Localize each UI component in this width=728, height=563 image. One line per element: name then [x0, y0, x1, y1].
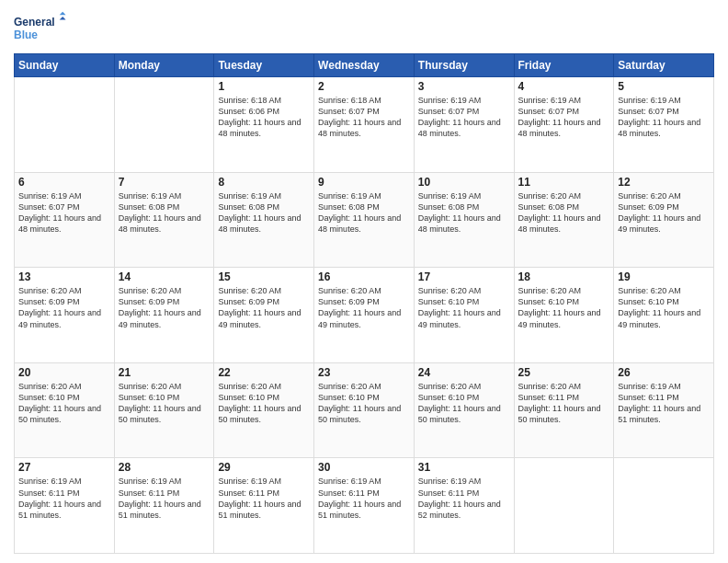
- col-header-wednesday: Wednesday: [314, 54, 415, 77]
- cell-info: Sunrise: 6:20 AMSunset: 6:10 PMDaylight:…: [518, 285, 610, 330]
- cell-info: Sunrise: 6:19 AMSunset: 6:08 PMDaylight:…: [418, 190, 510, 236]
- day-number: 19: [618, 270, 710, 283]
- day-number: 14: [119, 270, 210, 283]
- calendar-cell: 2Sunrise: 6:18 AMSunset: 6:07 PMDaylight…: [314, 77, 415, 173]
- cell-info: Sunrise: 6:18 AMSunset: 6:07 PMDaylight:…: [318, 95, 410, 140]
- cell-info: Sunrise: 6:19 AMSunset: 6:11 PMDaylight:…: [18, 476, 110, 521]
- day-number: 16: [318, 270, 410, 283]
- calendar-header-row: SundayMondayTuesdayWednesdayThursdayFrid…: [15, 54, 714, 77]
- week-row-2: 13Sunrise: 6:20 AMSunset: 6:09 PMDayligh…: [15, 268, 714, 363]
- cell-info: Sunrise: 6:20 AMSunset: 6:09 PMDaylight:…: [218, 285, 310, 330]
- cell-info: Sunrise: 6:19 AMSunset: 6:07 PMDaylight:…: [618, 95, 710, 140]
- cell-info: Sunrise: 6:20 AMSunset: 6:10 PMDaylight:…: [218, 381, 310, 426]
- calendar-cell: 20Sunrise: 6:20 AMSunset: 6:10 PMDayligh…: [15, 362, 115, 458]
- day-number: 21: [119, 366, 210, 379]
- cell-info: Sunrise: 6:20 AMSunset: 6:09 PMDaylight:…: [18, 285, 110, 330]
- calendar-cell: 11Sunrise: 6:20 AMSunset: 6:08 PMDayligh…: [514, 172, 614, 268]
- cell-info: Sunrise: 6:20 AMSunset: 6:09 PMDaylight:…: [119, 285, 210, 330]
- calendar-cell: 13Sunrise: 6:20 AMSunset: 6:09 PMDayligh…: [15, 268, 115, 363]
- page: General Blue SundayMondayTuesdayWednesda…: [0, 0, 728, 563]
- cell-info: Sunrise: 6:20 AMSunset: 6:09 PMDaylight:…: [318, 285, 410, 330]
- calendar-cell: 3Sunrise: 6:19 AMSunset: 6:07 PMDaylight…: [414, 77, 514, 173]
- calendar-cell: 27Sunrise: 6:19 AMSunset: 6:11 PMDayligh…: [15, 458, 115, 554]
- cell-info: Sunrise: 6:20 AMSunset: 6:11 PMDaylight:…: [518, 381, 610, 426]
- calendar-cell: 16Sunrise: 6:20 AMSunset: 6:09 PMDayligh…: [314, 268, 415, 363]
- cell-info: Sunrise: 6:19 AMSunset: 6:07 PMDaylight:…: [18, 190, 110, 236]
- day-number: 7: [119, 176, 210, 189]
- cell-info: Sunrise: 6:19 AMSunset: 6:07 PMDaylight:…: [518, 95, 610, 140]
- cell-info: Sunrise: 6:20 AMSunset: 6:10 PMDaylight:…: [618, 285, 710, 330]
- cell-info: Sunrise: 6:19 AMSunset: 6:11 PMDaylight:…: [618, 381, 710, 426]
- header: General Blue: [14, 9, 714, 46]
- cell-info: Sunrise: 6:20 AMSunset: 6:09 PMDaylight:…: [618, 190, 710, 236]
- calendar-cell: [15, 77, 115, 173]
- day-number: 10: [418, 176, 510, 189]
- day-number: 18: [518, 270, 610, 283]
- calendar-cell: 22Sunrise: 6:20 AMSunset: 6:10 PMDayligh…: [214, 362, 314, 458]
- calendar-cell: 1Sunrise: 6:18 AMSunset: 6:06 PMDaylight…: [214, 77, 314, 173]
- day-number: 30: [318, 461, 410, 474]
- cell-info: Sunrise: 6:20 AMSunset: 6:10 PMDaylight:…: [418, 285, 510, 330]
- cell-info: Sunrise: 6:20 AMSunset: 6:10 PMDaylight:…: [18, 381, 110, 426]
- day-number: 31: [418, 461, 510, 474]
- day-number: 29: [218, 461, 310, 474]
- calendar-cell: 24Sunrise: 6:20 AMSunset: 6:10 PMDayligh…: [414, 362, 514, 458]
- calendar-cell: 18Sunrise: 6:20 AMSunset: 6:10 PMDayligh…: [514, 268, 614, 363]
- day-number: 5: [618, 80, 710, 93]
- day-number: 25: [518, 366, 610, 379]
- cell-info: Sunrise: 6:19 AMSunset: 6:11 PMDaylight:…: [218, 476, 310, 521]
- day-number: 22: [218, 366, 310, 379]
- day-number: 12: [618, 176, 710, 189]
- col-header-monday: Monday: [114, 54, 214, 77]
- calendar-cell: 29Sunrise: 6:19 AMSunset: 6:11 PMDayligh…: [214, 458, 314, 554]
- cell-info: Sunrise: 6:20 AMSunset: 6:10 PMDaylight:…: [119, 381, 210, 426]
- calendar-cell: 21Sunrise: 6:20 AMSunset: 6:10 PMDayligh…: [114, 362, 214, 458]
- day-number: 2: [318, 80, 410, 93]
- calendar-cell: 17Sunrise: 6:20 AMSunset: 6:10 PMDayligh…: [414, 268, 514, 363]
- day-number: 17: [418, 270, 510, 283]
- col-header-friday: Friday: [514, 54, 614, 77]
- cell-info: Sunrise: 6:19 AMSunset: 6:08 PMDaylight:…: [218, 190, 310, 236]
- calendar-cell: 9Sunrise: 6:19 AMSunset: 6:08 PMDaylight…: [314, 172, 415, 268]
- day-number: 8: [218, 176, 310, 189]
- cell-info: Sunrise: 6:20 AMSunset: 6:10 PMDaylight:…: [418, 381, 510, 426]
- calendar-cell: 7Sunrise: 6:19 AMSunset: 6:08 PMDaylight…: [114, 172, 214, 268]
- calendar-table: SundayMondayTuesdayWednesdayThursdayFrid…: [14, 53, 714, 554]
- col-header-sunday: Sunday: [15, 54, 115, 77]
- calendar-cell: [114, 77, 214, 173]
- cell-info: Sunrise: 6:19 AMSunset: 6:11 PMDaylight:…: [119, 476, 210, 521]
- week-row-0: 1Sunrise: 6:18 AMSunset: 6:06 PMDaylight…: [15, 77, 714, 173]
- calendar-cell: 5Sunrise: 6:19 AMSunset: 6:07 PMDaylight…: [614, 77, 714, 173]
- svg-text:General: General: [14, 16, 55, 29]
- day-number: 20: [18, 366, 110, 379]
- calendar-cell: [514, 458, 614, 554]
- calendar-cell: 6Sunrise: 6:19 AMSunset: 6:07 PMDaylight…: [15, 172, 115, 268]
- cell-info: Sunrise: 6:19 AMSunset: 6:11 PMDaylight:…: [418, 476, 510, 521]
- cell-info: Sunrise: 6:18 AMSunset: 6:06 PMDaylight:…: [218, 95, 310, 140]
- day-number: 4: [518, 80, 610, 93]
- cell-info: Sunrise: 6:19 AMSunset: 6:08 PMDaylight:…: [318, 190, 410, 236]
- cell-info: Sunrise: 6:20 AMSunset: 6:10 PMDaylight:…: [318, 381, 410, 426]
- cell-info: Sunrise: 6:20 AMSunset: 6:08 PMDaylight:…: [518, 190, 610, 236]
- calendar-cell: 12Sunrise: 6:20 AMSunset: 6:09 PMDayligh…: [614, 172, 714, 268]
- svg-marker-3: [60, 17, 66, 19]
- calendar-cell: 30Sunrise: 6:19 AMSunset: 6:11 PMDayligh…: [314, 458, 415, 554]
- calendar-cell: 28Sunrise: 6:19 AMSunset: 6:11 PMDayligh…: [114, 458, 214, 554]
- calendar-cell: 19Sunrise: 6:20 AMSunset: 6:10 PMDayligh…: [614, 268, 714, 363]
- day-number: 13: [18, 270, 110, 283]
- day-number: 11: [518, 176, 610, 189]
- calendar-cell: [614, 458, 714, 554]
- col-header-thursday: Thursday: [414, 54, 514, 77]
- day-number: 3: [418, 80, 510, 93]
- day-number: 23: [318, 366, 410, 379]
- day-number: 26: [618, 366, 710, 379]
- cell-info: Sunrise: 6:19 AMSunset: 6:07 PMDaylight:…: [418, 95, 510, 140]
- day-number: 15: [218, 270, 310, 283]
- week-row-3: 20Sunrise: 6:20 AMSunset: 6:10 PMDayligh…: [15, 362, 714, 458]
- day-number: 9: [318, 176, 410, 189]
- day-number: 6: [18, 176, 110, 189]
- calendar-cell: 25Sunrise: 6:20 AMSunset: 6:11 PMDayligh…: [514, 362, 614, 458]
- calendar-cell: 4Sunrise: 6:19 AMSunset: 6:07 PMDaylight…: [514, 77, 614, 173]
- calendar-cell: 26Sunrise: 6:19 AMSunset: 6:11 PMDayligh…: [614, 362, 714, 458]
- week-row-1: 6Sunrise: 6:19 AMSunset: 6:07 PMDaylight…: [15, 172, 714, 268]
